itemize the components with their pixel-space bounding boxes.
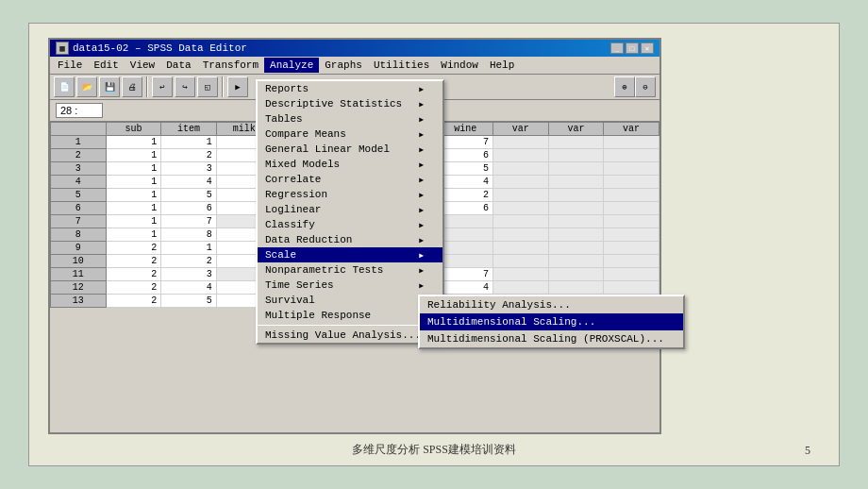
table-cell[interactable]: 2	[161, 149, 217, 162]
table-cell[interactable]: 1	[51, 136, 107, 149]
table-cell[interactable]	[604, 136, 659, 149]
redo-button[interactable]: ↪	[175, 76, 195, 97]
tool3[interactable]: ◱	[197, 76, 218, 97]
table-cell[interactable]	[493, 136, 549, 149]
table-cell[interactable]: 4	[161, 281, 217, 295]
table-cell[interactable]: 2	[51, 149, 107, 162]
table-cell[interactable]: 3	[161, 162, 217, 176]
table-cell[interactable]	[604, 295, 659, 308]
table-cell[interactable]	[548, 295, 604, 308]
table-cell[interactable]: 7	[438, 136, 493, 149]
menu-glm[interactable]: General Linear Model ▶	[258, 142, 442, 157]
table-cell[interactable]	[438, 255, 493, 268]
table-cell[interactable]	[548, 149, 604, 162]
menu-analyze[interactable]: Analyze	[264, 58, 319, 73]
table-cell[interactable]: 1	[106, 189, 161, 202]
menu-data-reduction[interactable]: Data Reduction ▶	[258, 232, 442, 247]
col-header-wine[interactable]: wine	[438, 123, 493, 136]
table-cell[interactable]	[604, 255, 659, 268]
table-cell[interactable]: 2	[106, 268, 161, 281]
menu-correlate[interactable]: Correlate ▶	[258, 172, 442, 187]
table-cell[interactable]	[438, 215, 493, 228]
table-cell[interactable]	[493, 228, 549, 242]
table-cell[interactable]	[548, 176, 604, 189]
table-cell[interactable]	[548, 215, 604, 228]
table-cell[interactable]	[548, 162, 604, 176]
open-button[interactable]: 📂	[76, 76, 97, 97]
table-cell[interactable]	[548, 136, 604, 149]
table-cell[interactable]: 1	[106, 162, 161, 176]
table-cell[interactable]	[548, 228, 604, 242]
menu-nonparametric[interactable]: Nonparametric Tests ▶	[258, 262, 442, 278]
table-cell[interactable]	[548, 242, 604, 255]
table-cell[interactable]: 13	[51, 295, 107, 308]
table-cell[interactable]: 12	[51, 281, 107, 295]
table-cell[interactable]: 5	[438, 162, 493, 176]
table-cell[interactable]: 4	[161, 176, 217, 189]
table-cell[interactable]: 1	[106, 149, 161, 162]
table-cell[interactable]: 8	[51, 228, 107, 242]
table-cell[interactable]	[548, 189, 604, 202]
table-cell[interactable]	[604, 149, 659, 162]
menu-graphs[interactable]: Graphs	[319, 58, 368, 73]
table-cell[interactable]: 8	[161, 228, 217, 242]
table-cell[interactable]	[604, 176, 659, 189]
table-cell[interactable]: 7	[51, 215, 107, 228]
table-cell[interactable]: 3	[51, 162, 107, 176]
table-cell[interactable]	[604, 228, 659, 242]
menu-scale[interactable]: Scale ▶	[258, 247, 442, 262]
table-cell[interactable]	[493, 189, 549, 202]
table-cell[interactable]: 1	[106, 228, 161, 242]
table-cell[interactable]: 4	[438, 295, 493, 308]
menu-time-series[interactable]: Time Series ▶	[258, 278, 442, 293]
table-cell[interactable]	[493, 295, 549, 308]
menu-survival[interactable]: Survival ▶	[258, 293, 442, 308]
table-cell[interactable]: 6	[161, 202, 217, 215]
table-cell[interactable]: 1	[106, 176, 161, 189]
minimize-button[interactable]: _	[610, 42, 624, 54]
menu-view[interactable]: View	[125, 58, 160, 73]
table-cell[interactable]: 4	[438, 281, 493, 295]
table-cell[interactable]: 10	[51, 255, 107, 268]
table-cell[interactable]	[604, 189, 659, 202]
table-cell[interactable]: 1	[161, 242, 217, 255]
table-cell[interactable]	[438, 242, 493, 255]
table-cell[interactable]: 7	[161, 215, 217, 228]
menu-loglinear[interactable]: Loglinear ▶	[258, 202, 442, 217]
table-cell[interactable]	[548, 255, 604, 268]
col-header-var3[interactable]: var	[604, 123, 659, 136]
table-cell[interactable]	[493, 255, 549, 268]
table-cell[interactable]: 2	[106, 255, 161, 268]
menu-multidimensional-scaling[interactable]: Multidimensional Scaling...	[420, 313, 683, 330]
maximize-button[interactable]: □	[626, 42, 639, 54]
table-cell[interactable]: 7	[438, 268, 493, 281]
table-cell[interactable]: 2	[106, 281, 161, 295]
menu-edit[interactable]: Edit	[88, 58, 124, 73]
table-cell[interactable]	[493, 268, 549, 281]
table-cell[interactable]	[548, 281, 604, 295]
table-cell[interactable]: 9	[51, 242, 107, 255]
table-cell[interactable]: 2	[106, 295, 161, 308]
table-cell[interactable]	[493, 281, 549, 295]
table-cell[interactable]: 5	[161, 295, 217, 308]
save-button[interactable]: 💾	[99, 76, 120, 97]
menu-utilities[interactable]: Utilities	[368, 58, 435, 73]
new-button[interactable]: 📄	[54, 76, 75, 97]
table-cell[interactable]	[493, 202, 549, 215]
table-cell[interactable]	[604, 281, 659, 295]
menu-reports[interactable]: Reports ▶	[258, 81, 442, 96]
menu-file[interactable]: File	[52, 58, 88, 73]
menu-multiple-response[interactable]: Multiple Response ▶	[258, 308, 442, 323]
col-header-sub[interactable]: sub	[106, 123, 161, 136]
table-cell[interactable]: 2	[106, 242, 161, 255]
table-cell[interactable]	[438, 228, 493, 242]
menu-transform[interactable]: Transform	[197, 58, 264, 73]
tool4[interactable]: ▶	[227, 76, 248, 97]
table-cell[interactable]	[604, 215, 659, 228]
menu-regression[interactable]: Regression ▶	[258, 187, 442, 202]
table-cell[interactable]	[493, 215, 549, 228]
menu-missing-value[interactable]: Missing Value Analysis...	[258, 328, 442, 343]
undo-button[interactable]: ↩	[152, 76, 173, 97]
table-cell[interactable]: 3	[161, 268, 217, 281]
menu-classify[interactable]: Classify ▶	[258, 217, 442, 232]
